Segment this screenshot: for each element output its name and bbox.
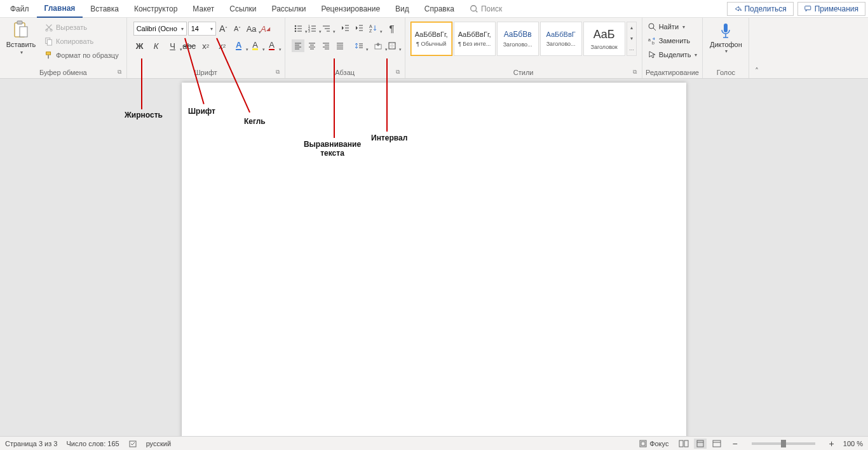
- tab-mailings[interactable]: Рассылки: [264, 0, 314, 18]
- align-right-button[interactable]: [320, 39, 332, 52]
- tab-search[interactable]: Поиск: [462, 0, 510, 18]
- svg-rect-2: [804, 6, 810, 10]
- styles-launcher-icon[interactable]: ⧉: [632, 69, 638, 75]
- style-title[interactable]: АаБЗаголовок: [583, 22, 625, 56]
- change-case-button[interactable]: Aa: [245, 22, 258, 35]
- print-layout-icon[interactable]: [694, 439, 707, 449]
- italic-button[interactable]: К: [150, 39, 163, 52]
- group-label-voice: Голос: [717, 69, 735, 76]
- svg-line-1: [476, 10, 478, 12]
- zoom-level[interactable]: 100 %: [843, 440, 863, 447]
- find-button[interactable]: Найти▾: [648, 20, 698, 33]
- svg-text:b: b: [652, 41, 654, 45]
- highlight-button[interactable]: A: [249, 39, 262, 52]
- group-font: Calibri (Осно▾ 14▾ A˄ A˅ Aa A◢ Ж К Ч abc…: [127, 18, 285, 78]
- group-label-clipboard: Буфер обмена: [39, 69, 87, 76]
- svg-point-15: [294, 31, 296, 32]
- svg-text:A: A: [369, 24, 372, 29]
- subscript-button[interactable]: x2: [200, 39, 212, 52]
- svg-rect-10: [46, 52, 51, 55]
- tab-file[interactable]: Файл: [3, 0, 37, 18]
- underline-button[interactable]: Ч: [166, 39, 179, 52]
- line-spacing-button[interactable]: [353, 39, 365, 52]
- svg-text:Z: Z: [369, 29, 372, 32]
- zoom-out-button[interactable]: −: [732, 439, 737, 449]
- select-button[interactable]: Выделить▾: [648, 48, 698, 61]
- style-heading1[interactable]: АаБбВвЗаголово...: [497, 22, 539, 56]
- show-marks-button[interactable]: ¶: [386, 22, 398, 34]
- focus-mode-button[interactable]: Фокус: [639, 440, 668, 447]
- bullets-button[interactable]: [292, 22, 304, 34]
- svg-rect-5: [20, 27, 27, 37]
- format-painter-button[interactable]: Формат по образцу: [42, 48, 121, 62]
- shading-button[interactable]: [372, 39, 384, 52]
- svg-point-11: [294, 25, 296, 27]
- status-wordcount[interactable]: Число слов: 165: [66, 440, 119, 447]
- share-button[interactable]: Поделиться: [727, 2, 793, 16]
- tab-references[interactable]: Ссылки: [222, 0, 264, 18]
- svg-point-57: [649, 24, 654, 29]
- increase-indent-button[interactable]: [353, 22, 365, 34]
- document-page[interactable]: [182, 83, 686, 436]
- font-name-combo[interactable]: Calibri (Осно▾: [133, 22, 187, 36]
- group-styles: АаБбВвГг,¶ Обычный АаБбВвГг,¶ Без инте..…: [405, 18, 642, 78]
- paragraph-launcher-icon[interactable]: ⧉: [395, 69, 401, 75]
- collapse-ribbon-button[interactable]: ˄: [749, 18, 764, 78]
- paste-button[interactable]: Вставить ▾: [5, 20, 37, 55]
- zoom-in-button[interactable]: +: [829, 439, 834, 449]
- style-no-spacing[interactable]: АаБбВвГг,¶ Без инте...: [454, 22, 496, 56]
- style-normal[interactable]: АаБбВвГг,¶ Обычный: [410, 22, 452, 56]
- annotation-line-spacing: [386, 58, 388, 132]
- comments-button[interactable]: Примечания: [797, 2, 865, 16]
- align-center-button[interactable]: [306, 39, 318, 52]
- ribbon: Вставить ▾ Вырезать Копировать Формат по…: [0, 18, 868, 79]
- tab-review[interactable]: Рецензирование: [313, 0, 388, 18]
- copy-button[interactable]: Копировать: [42, 34, 96, 48]
- borders-button[interactable]: [386, 39, 398, 52]
- shrink-font-button[interactable]: A˅: [231, 22, 244, 35]
- svg-rect-61: [724, 24, 728, 32]
- read-mode-icon[interactable]: [677, 439, 690, 449]
- zoom-slider[interactable]: [752, 442, 815, 445]
- dictate-button[interactable]: Диктофон ▾: [705, 19, 746, 57]
- align-left-button[interactable]: [292, 39, 304, 52]
- style-heading2[interactable]: АаБбВвГЗаголово...: [540, 22, 582, 56]
- svg-rect-69: [697, 440, 703, 447]
- bold-button[interactable]: Ж: [133, 39, 146, 52]
- annotation-align: Выравнивание текста: [297, 140, 367, 158]
- numbering-button[interactable]: 123: [306, 22, 318, 34]
- status-page[interactable]: Страница 3 из 3: [5, 440, 57, 447]
- tab-design[interactable]: Конструктор: [126, 0, 185, 18]
- font-size-combo[interactable]: 14▾: [188, 22, 216, 36]
- annotation-font: Шрифт: [188, 107, 215, 116]
- svg-point-0: [471, 5, 477, 11]
- font-launcher-icon[interactable]: ⧉: [275, 69, 281, 75]
- tab-insert[interactable]: Вставка: [83, 0, 126, 18]
- clipboard-launcher-icon[interactable]: ⧉: [116, 69, 123, 75]
- group-label-font: Шрифт: [194, 69, 217, 76]
- tab-layout[interactable]: Макет: [185, 0, 222, 18]
- annotation-bold: Жирность: [125, 111, 163, 119]
- grow-font-button[interactable]: A˄: [217, 22, 230, 35]
- annotation-spacing: Интервал: [371, 133, 407, 142]
- tab-view[interactable]: Вид: [388, 0, 417, 18]
- tab-home[interactable]: Главная: [37, 0, 83, 18]
- clear-formatting-button[interactable]: A◢: [259, 22, 272, 35]
- tab-help[interactable]: Справка: [417, 0, 462, 18]
- decrease-indent-button[interactable]: [339, 22, 351, 34]
- annotation-size: Кегль: [244, 117, 266, 126]
- group-label-styles: Стили: [513, 69, 534, 76]
- web-layout-icon[interactable]: [710, 439, 723, 449]
- sort-button[interactable]: AZ: [367, 22, 379, 34]
- font-color-button[interactable]: A: [266, 39, 278, 52]
- justify-button[interactable]: [334, 39, 346, 52]
- text-effects-button[interactable]: A: [233, 39, 245, 52]
- replace-button[interactable]: abЗаменить: [648, 34, 698, 47]
- svg-rect-66: [641, 442, 645, 446]
- cut-button[interactable]: Вырезать: [42, 20, 90, 34]
- multilevel-list-button[interactable]: [320, 22, 332, 34]
- status-language[interactable]: русский: [146, 440, 171, 447]
- group-clipboard: Вставить ▾ Вырезать Копировать Формат по…: [0, 18, 127, 78]
- status-proofing-icon[interactable]: [128, 439, 137, 448]
- styles-more-button[interactable]: ▴▾⋯: [627, 22, 637, 56]
